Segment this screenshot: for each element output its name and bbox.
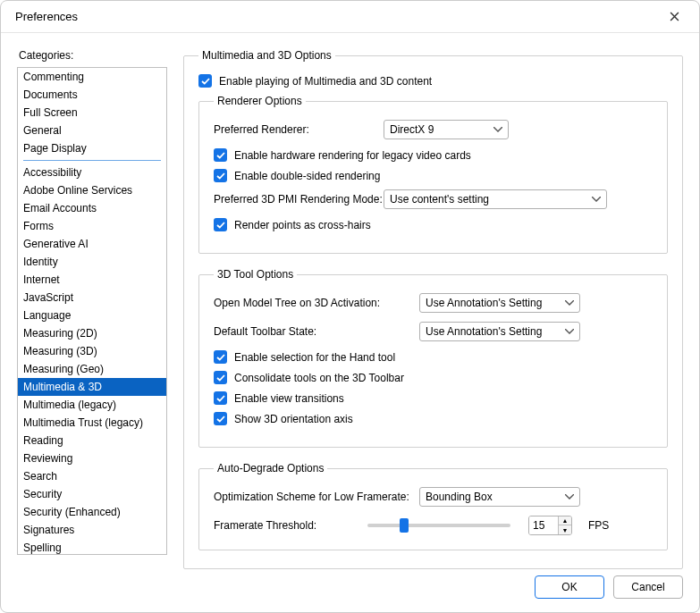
default-toolbar-state-select[interactable]: Use Annotation's Setting	[419, 322, 580, 341]
preferred-renderer-label: Preferred Renderer:	[214, 123, 384, 136]
category-item[interactable]: Measuring (3D)	[18, 342, 166, 360]
view-transitions-label: Enable view transitions	[234, 392, 344, 405]
check-icon	[201, 78, 210, 85]
category-item[interactable]: Security (Enhanced)	[18, 503, 166, 521]
pmi-mode-label: Preferred 3D PMI Rendering Mode:	[214, 193, 384, 206]
category-separator	[23, 160, 161, 161]
orientation-axis-checkbox[interactable]	[214, 412, 227, 425]
crosshairs-label: Render points as cross-hairs	[234, 219, 371, 231]
enable-playing-checkbox[interactable]	[198, 74, 212, 88]
category-item[interactable]: Documents	[18, 86, 166, 104]
enable-playing-row[interactable]: Enable playing of Multimedia and 3D cont…	[198, 74, 668, 88]
crosshairs-checkbox[interactable]	[214, 218, 227, 231]
framerate-threshold-input[interactable]	[529, 516, 558, 534]
category-item[interactable]: JavaScript	[18, 289, 166, 306]
hand-selection-row[interactable]: Enable selection for the Hand tool	[214, 350, 653, 364]
pmi-mode-select[interactable]: Use content's setting	[384, 189, 607, 209]
3d-tool-options-legend: 3D Tool Options	[214, 268, 297, 281]
hand-selection-checkbox[interactable]	[214, 350, 227, 364]
window-title: Preferences	[15, 10, 78, 23]
hand-selection-label: Enable selection for the Hand tool	[234, 351, 395, 364]
category-item[interactable]: Measuring (Geo)	[18, 360, 166, 378]
open-model-tree-label: Open Model Tree on 3D Activation:	[214, 297, 419, 309]
category-item[interactable]: Generative AI	[18, 235, 166, 253]
framerate-threshold-slider[interactable]	[367, 524, 510, 527]
hw-rendering-label: Enable hardware rendering for legacy vid…	[234, 149, 471, 162]
category-item[interactable]: Multimedia Trust (legacy)	[18, 414, 166, 432]
check-icon	[216, 222, 225, 229]
category-item[interactable]: Accessibility	[18, 164, 166, 181]
renderer-options-legend: Renderer Options	[214, 95, 306, 107]
category-item[interactable]: Full Screen	[18, 104, 166, 122]
category-item[interactable]: Signatures	[18, 521, 166, 539]
category-item[interactable]: Page Display	[18, 139, 166, 157]
optimization-scheme-select[interactable]: Bounding Box	[419, 487, 580, 507]
category-item[interactable]: Commenting	[18, 68, 166, 86]
category-item[interactable]: Reading	[18, 432, 166, 449]
category-item[interactable]: Adobe Online Services	[18, 181, 166, 199]
consolidate-tools-checkbox[interactable]	[214, 371, 227, 384]
consolidate-tools-label: Consolidate tools on the 3D Toolbar	[234, 372, 404, 384]
check-icon	[216, 416, 225, 423]
category-item[interactable]: Internet	[18, 271, 166, 289]
titlebar: Preferences	[1, 1, 699, 33]
orientation-axis-label: Show 3D orientation axis	[234, 413, 353, 425]
spin-up-button[interactable]: ▲	[559, 516, 571, 525]
default-toolbar-state-label: Default Toolbar State:	[214, 325, 419, 338]
orientation-axis-row[interactable]: Show 3D orientation axis	[214, 412, 653, 425]
close-icon	[670, 12, 679, 21]
category-item[interactable]: Search	[18, 467, 166, 485]
close-button[interactable]	[660, 4, 688, 29]
preferred-renderer-select[interactable]: DirectX 9	[384, 120, 509, 139]
category-item[interactable]: Forms	[18, 217, 166, 235]
double-sided-checkbox[interactable]	[214, 169, 227, 182]
framerate-threshold-spinbox[interactable]: ▲ ▼	[528, 516, 572, 535]
optimization-scheme-label: Optimization Scheme for Low Framerate:	[214, 491, 419, 503]
auto-degrade-legend: Auto-Degrade Options	[214, 462, 327, 474]
fps-suffix-label: FPS	[588, 519, 609, 532]
categories-list[interactable]: CommentingDocumentsFull ScreenGeneralPag…	[17, 67, 167, 555]
category-item[interactable]: Measuring (2D)	[18, 324, 166, 342]
dialog-footer: OK Cancel	[1, 562, 699, 612]
hw-rendering-checkbox[interactable]	[214, 148, 227, 162]
consolidate-tools-row[interactable]: Consolidate tools on the 3D Toolbar	[214, 371, 653, 384]
category-item[interactable]: Email Accounts	[18, 199, 166, 217]
check-icon	[216, 152, 225, 159]
check-icon	[216, 354, 225, 361]
category-item[interactable]: Multimedia (legacy)	[18, 396, 166, 414]
multimedia-3d-group: Multimedia and 3D Options Enable playing…	[183, 49, 683, 569]
check-icon	[216, 395, 225, 402]
view-transitions-checkbox[interactable]	[214, 391, 227, 405]
category-item[interactable]: Spelling	[18, 539, 166, 555]
framerate-threshold-label: Framerate Threshold:	[214, 519, 366, 532]
category-item[interactable]: Multimedia & 3D	[18, 378, 166, 396]
auto-degrade-group: Auto-Degrade Options Optimization Scheme…	[198, 462, 668, 550]
double-sided-row[interactable]: Enable double-sided rendering	[214, 169, 653, 182]
enable-playing-label: Enable playing of Multimedia and 3D cont…	[219, 75, 432, 88]
hw-rendering-row[interactable]: Enable hardware rendering for legacy vid…	[214, 148, 653, 162]
category-item[interactable]: General	[18, 122, 166, 139]
category-item[interactable]: Reviewing	[18, 449, 166, 467]
3d-tool-options-group: 3D Tool Options Open Model Tree on 3D Ac…	[198, 268, 668, 448]
category-item[interactable]: Security	[18, 485, 166, 503]
double-sided-label: Enable double-sided rendering	[234, 170, 380, 182]
check-icon	[216, 374, 225, 382]
renderer-options-group: Renderer Options Preferred Renderer: Dir…	[198, 95, 668, 254]
categories-label: Categories:	[17, 49, 167, 62]
open-model-tree-select[interactable]: Use Annotation's Setting	[419, 293, 580, 313]
multimedia-3d-legend: Multimedia and 3D Options	[198, 49, 335, 62]
ok-button[interactable]: OK	[535, 575, 604, 599]
category-item[interactable]: Language	[18, 306, 166, 324]
crosshairs-row[interactable]: Render points as cross-hairs	[214, 218, 653, 231]
category-item[interactable]: Identity	[18, 253, 166, 271]
cancel-button[interactable]: Cancel	[613, 575, 683, 599]
view-transitions-row[interactable]: Enable view transitions	[214, 391, 653, 405]
check-icon	[216, 172, 225, 180]
spin-down-button[interactable]: ▼	[559, 525, 571, 534]
